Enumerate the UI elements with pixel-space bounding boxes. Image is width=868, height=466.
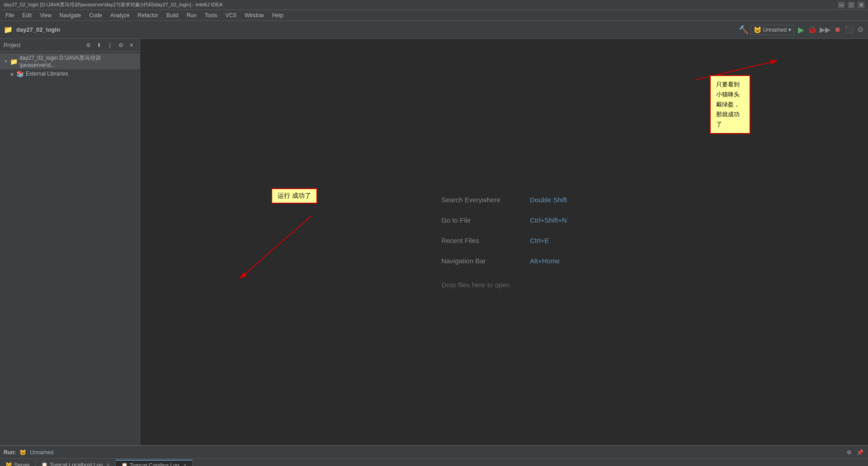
menu-code[interactable]: Code: [85, 11, 106, 19]
menu-bar: File Edit View Navigate Code Analyze Ref…: [0, 10, 868, 21]
menu-vcs[interactable]: VCS: [222, 11, 241, 19]
annotation-run: 运行 成功了: [271, 188, 317, 204]
tree-arrow-ext: ▶: [11, 71, 14, 76]
run-config-name: Unnamed: [763, 27, 787, 33]
go-to-file-key: Ctrl+Shift+N: [530, 216, 567, 224]
toolbar-project-name: day27_02_login: [16, 26, 60, 33]
stop-button[interactable]: ■: [833, 25, 842, 34]
search-everywhere-label: Search Everywhere: [441, 196, 523, 204]
main-layout: Project ⚙ ⬆ | ⚙ ✕ ▼ 📁 day27_02_login D:\…: [0, 39, 868, 445]
menu-run[interactable]: Run: [183, 11, 200, 19]
menu-tools[interactable]: Tools: [201, 11, 221, 19]
annotation-cat-text: 只要看到小猫咪头戴绿盔，那就成功了: [716, 80, 744, 129]
localhost-log-label: Tomcat Localhost Log: [50, 462, 103, 466]
shortcut-navigation-bar: Navigation Bar Alt+Home: [441, 257, 567, 265]
annotation-run-text: 运行 成功了: [278, 192, 311, 199]
menu-edit[interactable]: Edit: [19, 11, 35, 19]
build-icon[interactable]: 🔨: [739, 25, 749, 35]
gear-icon[interactable]: ⚙: [84, 41, 93, 50]
localhost-log-icon: 📋: [41, 462, 48, 466]
close-localhost-log[interactable]: ✕: [106, 462, 110, 466]
navigation-bar-label: Navigation Bar: [441, 257, 523, 265]
bottom-toolbar: Run: 🐱 Unnamed ⚙ 📌: [0, 446, 868, 459]
title-bar-controls: — □ ✕: [838, 2, 864, 8]
minimize-button[interactable]: —: [838, 2, 844, 8]
shortcut-recent-files: Recent Files Ctrl+E: [441, 237, 567, 244]
debug-button[interactable]: 🐞: [808, 25, 817, 34]
settings-button[interactable]: ⚙: [856, 25, 864, 34]
project-panel-header: Project ⚙ ⬆ | ⚙ ✕: [0, 39, 140, 52]
shortcut-go-to-file: Go to File Ctrl+Shift+N: [441, 216, 567, 224]
tree-arrow-project: ▼: [4, 59, 8, 64]
run-config-dropdown[interactable]: 🐱 Unnamed ▾: [750, 25, 794, 35]
tab-localhost-log[interactable]: 📋 Tomcat Localhost Log ✕: [36, 460, 116, 466]
editor-area: 只要看到小猫咪头戴绿盔，那就成功了 运行 成功了: [140, 39, 868, 445]
welcome-content: Search Everywhere Double Shift Go to Fil…: [441, 196, 567, 289]
title-bar: day27_02_login [D:\JAVA黑马培训\javaserver\d…: [0, 0, 868, 10]
tree-item-project[interactable]: ▼ 📁 day27_02_login D:\JAVA黑马培训\javaserve…: [0, 53, 140, 69]
sidebar: Project ⚙ ⬆ | ⚙ ✕ ▼ 📁 day27_02_login D:\…: [0, 39, 140, 445]
search-everywhere-key: Double Shift: [530, 196, 567, 204]
catalina-log-label: Tomcat Catalina Log: [130, 462, 179, 466]
menu-refactor[interactable]: Refactor: [134, 11, 162, 19]
navigation-bar-key: Alt+Home: [530, 257, 560, 265]
server-tab-label: Server: [14, 462, 30, 466]
settings2-icon[interactable]: ⚙: [116, 41, 125, 50]
tab-server[interactable]: 🐱 Server: [0, 460, 36, 466]
maximize-button[interactable]: □: [848, 2, 854, 8]
menu-build[interactable]: Build: [163, 11, 182, 19]
toolbar: 📁 day27_02_login 🔨 🐱 Unnamed ▾ ▶ 🐞 ▶▶ ■ …: [0, 21, 868, 39]
catalina-log-icon: 📋: [121, 462, 128, 466]
shortcut-search-everywhere: Search Everywhere Double Shift: [441, 196, 567, 204]
recent-files-key: Ctrl+E: [530, 237, 549, 244]
tree-project-label: day27_02_login D:\JAVA黑马培训\javaserver\d.…: [19, 54, 136, 68]
menu-help[interactable]: Help: [269, 11, 287, 19]
project-tree: ▼ 📁 day27_02_login D:\JAVA黑马培训\javaserve…: [0, 52, 140, 445]
bottom-panel: Run: 🐱 Unnamed ⚙ 📌 🐱 Server 📋 Tomcat Loc…: [0, 445, 868, 466]
run-config-label: Unnamed: [30, 449, 53, 456]
tree-ext-label: External Libraries: [26, 71, 68, 77]
run-tomcat-icon: 🐱: [19, 449, 26, 456]
recent-files-label: Recent Files: [441, 237, 523, 244]
run-button[interactable]: ▶: [796, 25, 806, 35]
close-button[interactable]: ✕: [858, 2, 864, 8]
menu-file[interactable]: File: [2, 11, 18, 19]
project-panel-label: Project: [4, 42, 82, 48]
dropdown-arrow: ▾: [788, 27, 791, 33]
project-icon: 📁: [4, 25, 13, 34]
pin-panel-icon[interactable]: 📌: [855, 448, 864, 457]
svg-line-3: [240, 215, 312, 279]
go-to-file-label: Go to File: [441, 216, 523, 224]
expand-icon[interactable]: ⬆: [94, 41, 104, 50]
bottom-tabs: 🐱 Server 📋 Tomcat Localhost Log ✕ 📋 Tomc…: [0, 459, 868, 466]
menu-view[interactable]: View: [36, 11, 55, 19]
close-sidebar-icon[interactable]: ✕: [127, 41, 136, 50]
run-panel-label: Run:: [4, 449, 16, 456]
close-catalina-log[interactable]: ✕: [183, 463, 187, 466]
tomcat-icon: 🐱: [754, 26, 761, 33]
tree-item-external-libs[interactable]: ▶ 📚 External Libraries: [0, 69, 140, 78]
tab-catalina-log[interactable]: 📋 Tomcat Catalina Log ✕: [116, 460, 192, 466]
menu-window[interactable]: Window: [241, 11, 268, 19]
collapse-icon[interactable]: |: [105, 41, 114, 50]
server-tab-icon: 🐱: [5, 462, 12, 466]
coverage-button[interactable]: ▶▶: [819, 25, 831, 34]
build-project-button[interactable]: ⬛: [844, 25, 854, 34]
annotation-cat: 只要看到小猫咪头戴绿盔，那就成功了: [710, 75, 750, 134]
drop-files-text: Drop files here to open: [441, 281, 567, 289]
settings-panel-icon[interactable]: ⚙: [844, 448, 854, 457]
lib-icon: 📚: [16, 70, 24, 77]
menu-analyze[interactable]: Analyze: [107, 11, 133, 19]
folder-icon: 📁: [10, 58, 18, 65]
title-bar-text: day27_02_login [D:\JAVA黑马培训\javaserver\d…: [4, 1, 222, 8]
menu-navigate[interactable]: Navigate: [56, 11, 85, 19]
